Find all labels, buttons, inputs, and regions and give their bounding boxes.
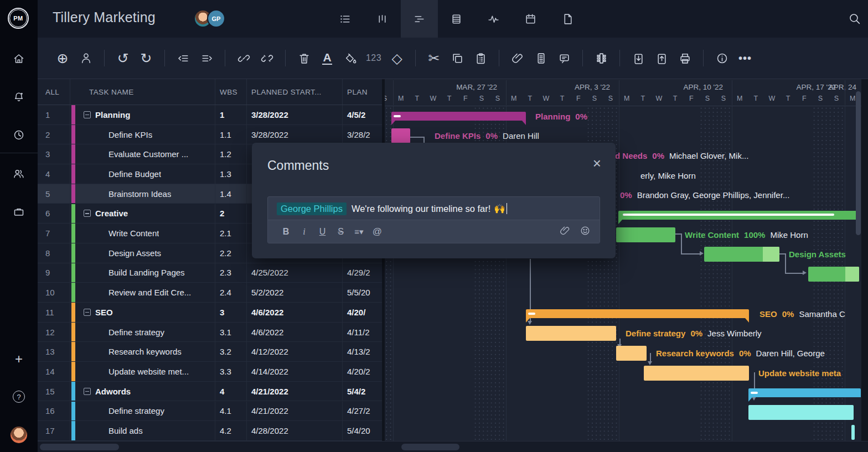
planned-start: 4/6/2022 xyxy=(247,323,343,342)
gantt-bar-row-16[interactable] xyxy=(748,405,854,420)
italic-button[interactable]: i xyxy=(295,227,313,237)
emoji-picker-icon[interactable] xyxy=(580,225,591,238)
gantt-bar-row-1[interactable] xyxy=(391,112,526,121)
more-icon[interactable]: ••• xyxy=(734,47,756,69)
collapse-icon[interactable] xyxy=(84,210,91,217)
table-row-14[interactable]: 14Update website met...3.34/14/20224/20/… xyxy=(38,362,382,382)
list-dropdown-icon[interactable]: ≡▾ xyxy=(350,227,368,237)
comment-icon[interactable] xyxy=(553,47,575,69)
gantt-bar-row-2[interactable] xyxy=(391,128,410,143)
vertical-scrollbar[interactable] xyxy=(856,91,861,235)
indent-icon[interactable] xyxy=(195,47,218,69)
planned-start: 4/12/2022 xyxy=(247,342,343,361)
table-row-16[interactable]: 16Define strategy4.14/21/20224/27/2 xyxy=(38,402,382,422)
export-icon[interactable] xyxy=(650,47,673,69)
close-icon[interactable]: × xyxy=(593,156,601,170)
unlink-tasks-icon[interactable] xyxy=(256,47,278,69)
undo-icon[interactable]: ↺ xyxy=(112,47,134,69)
strikethrough-button[interactable]: S xyxy=(332,227,350,237)
gantt-bar-row-17[interactable] xyxy=(851,425,855,440)
tab-calendar-view[interactable] xyxy=(512,0,549,38)
gantt-bar-row-12[interactable] xyxy=(526,326,616,341)
sidebar-team-icon[interactable] xyxy=(0,163,38,185)
sidebar-portfolio-icon[interactable] xyxy=(0,201,38,223)
table-row-1[interactable]: 1Planning13/28/20224/5/2 xyxy=(38,105,382,125)
tab-board-view[interactable] xyxy=(364,0,401,38)
assign-person-icon[interactable] xyxy=(75,47,97,69)
gantt-bar-row-9[interactable] xyxy=(808,267,859,282)
summary-progress-line xyxy=(623,214,834,216)
table-hscroll-thumb[interactable] xyxy=(40,444,119,450)
gantt-bar-row-7[interactable] xyxy=(616,227,675,242)
gantt-bar-row-11[interactable] xyxy=(526,309,749,318)
gantt-bar-row-8[interactable] xyxy=(704,247,779,262)
row-number: 6 xyxy=(38,204,70,224)
redo-icon[interactable]: ↻ xyxy=(135,47,157,69)
gantt-hscroll-thumb[interactable] xyxy=(401,444,459,450)
comment-input[interactable]: George Phillips We're following our time… xyxy=(268,197,600,220)
task-color-bar xyxy=(71,184,75,204)
sidebar-recent-icon[interactable] xyxy=(0,124,38,146)
sidebar-add-icon[interactable]: + xyxy=(0,348,38,370)
tab-activity-view[interactable] xyxy=(475,0,512,38)
dependency-line xyxy=(619,339,621,344)
tab-docs-view[interactable] xyxy=(549,0,586,38)
planned-finish: 4/27/2 xyxy=(343,402,382,421)
sidebar-home-icon[interactable] xyxy=(0,48,38,70)
table-row-15[interactable]: 15Adwords44/21/20225/4/2 xyxy=(38,382,382,402)
tab-sheet-view[interactable] xyxy=(438,0,475,38)
member-avatar-gp[interactable]: GP xyxy=(207,9,225,28)
planned-finish: 4/20/ xyxy=(343,303,382,322)
search-icon[interactable] xyxy=(848,12,861,27)
milestone-icon[interactable]: ◇ xyxy=(386,47,408,69)
tab-gantt-view[interactable] xyxy=(401,0,438,38)
table-row-17[interactable]: 17Build ads4.24/28/20225/4/20 xyxy=(38,421,382,441)
table-row-9[interactable]: 9Build Landing Pages2.34/25/20224/29/2 xyxy=(38,263,382,283)
collapse-icon[interactable] xyxy=(84,388,91,395)
collapse-icon[interactable] xyxy=(84,111,91,118)
table-row-11[interactable]: 11SEO34/6/20224/20/ xyxy=(38,303,382,323)
table-row-2[interactable]: 2Define KPIs1.13/28/20223/28/2 xyxy=(38,125,382,145)
gantt-bar-label: Write Content100%Mike Horn xyxy=(685,229,808,240)
paste-icon[interactable] xyxy=(469,47,492,69)
delete-icon[interactable] xyxy=(293,47,315,69)
copy-icon[interactable] xyxy=(446,47,468,69)
text-color-icon[interactable]: A xyxy=(316,47,338,69)
notes-icon[interactable] xyxy=(530,47,552,69)
task-color-bar xyxy=(71,283,75,302)
tab-list-view[interactable] xyxy=(327,0,364,38)
collapse-icon[interactable] xyxy=(84,309,91,316)
gantt-bar-row-6[interactable] xyxy=(618,211,861,220)
import-icon[interactable] xyxy=(627,47,649,69)
task-color-bar xyxy=(71,323,75,342)
outdent-icon[interactable] xyxy=(172,47,194,69)
mention-button[interactable]: @ xyxy=(368,226,386,237)
mention-chip[interactable]: George Phillips xyxy=(277,202,347,215)
bold-button[interactable]: B xyxy=(277,227,295,237)
columns-icon[interactable] xyxy=(590,47,612,69)
task-color-bar xyxy=(71,382,75,401)
table-row-12[interactable]: 12Define strategy3.14/6/20224/11/2 xyxy=(38,323,382,342)
attach-file-icon[interactable] xyxy=(560,225,571,238)
print-icon[interactable] xyxy=(674,47,696,69)
table-row-13[interactable]: 13Research keywords3.24/12/20224/13/2 xyxy=(38,342,382,362)
sidebar-profile-avatar[interactable] xyxy=(0,424,38,446)
link-tasks-icon[interactable] xyxy=(232,47,255,69)
header-all[interactable]: ALL xyxy=(38,79,70,105)
underline-button[interactable]: U xyxy=(313,227,332,237)
text-caret xyxy=(507,203,508,214)
sidebar-notifications-icon[interactable] xyxy=(0,86,38,108)
info-icon[interactable] xyxy=(711,47,733,69)
gantt-bar-row-15[interactable] xyxy=(748,388,861,397)
table-row-10[interactable]: 10Review and Edit Cre...2.45/2/20225/5/2… xyxy=(38,283,382,303)
gantt-bar-row-13[interactable] xyxy=(616,346,647,361)
number-format-icon[interactable]: 123 xyxy=(363,47,385,69)
week-boundary xyxy=(732,80,732,105)
fill-color-icon[interactable] xyxy=(339,47,361,69)
sidebar-help-icon[interactable]: ? xyxy=(0,386,38,408)
gantt-bar-row-14[interactable] xyxy=(644,366,749,381)
attachment-icon[interactable] xyxy=(507,47,529,69)
pm-logo[interactable]: PM xyxy=(8,8,29,29)
add-task-icon[interactable]: ⊕ xyxy=(51,47,74,69)
cut-icon[interactable]: ✂ xyxy=(423,47,445,69)
